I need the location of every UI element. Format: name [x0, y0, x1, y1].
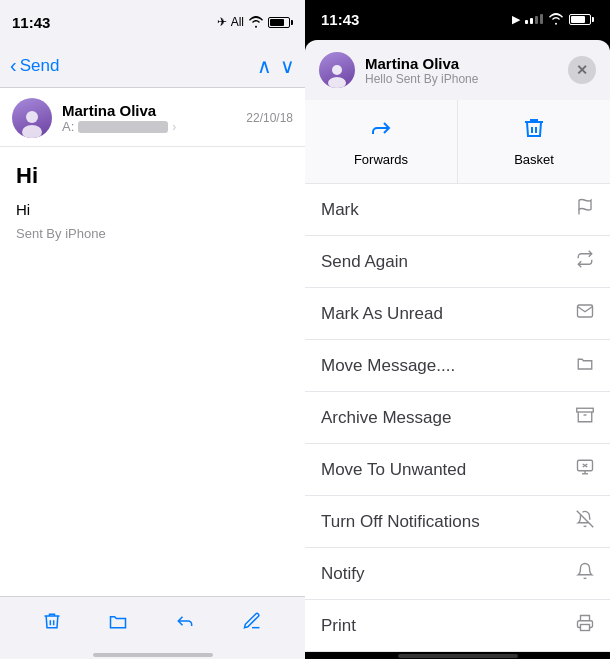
menu-item-turn-off-notifications[interactable]: Turn Off Notifications [305, 496, 610, 548]
right-home-indicator [305, 652, 610, 659]
back-button[interactable]: ‹ Send [10, 54, 59, 77]
email-body-text: Hi [16, 201, 289, 218]
menu-label-mark: Mark [321, 200, 359, 220]
svg-line-12 [577, 511, 594, 528]
left-panel: 11:43 ✈ All ‹ Send ∧ ∨ [0, 0, 305, 659]
email-header: Martina Oliva A: › 22/10/18 [0, 88, 305, 147]
send-again-icon [576, 250, 594, 273]
basket-button[interactable]: Basket [458, 100, 610, 183]
right-panel: 11:43 ▶ [305, 0, 610, 659]
svg-rect-5 [577, 408, 594, 412]
svg-point-0 [26, 111, 38, 123]
menu-item-send-again[interactable]: Send Again [305, 236, 610, 288]
menu-label-turn-off-notifications: Turn Off Notifications [321, 512, 480, 532]
to-label: A: [62, 119, 74, 134]
menu-label-archive-message: Archive Message [321, 408, 451, 428]
left-home-indicator [0, 651, 305, 659]
mark-unread-icon [576, 302, 594, 325]
email-subject: Hi [16, 163, 289, 189]
menu-label-mark-unread: Mark As Unread [321, 304, 443, 324]
to-chevron-icon: › [172, 120, 176, 134]
down-arrow-icon[interactable]: ∨ [280, 54, 295, 78]
forward-icon [368, 116, 394, 146]
wifi-icon [248, 16, 264, 28]
menu-list: Mark Send Again [305, 184, 610, 652]
menu-item-archive-message[interactable]: Archive Message [305, 392, 610, 444]
modal-avatar [319, 52, 355, 88]
flag-icon [576, 198, 594, 221]
unwanted-icon [576, 458, 594, 481]
svg-point-1 [22, 125, 42, 138]
notifications-off-icon [576, 510, 594, 533]
archive-icon [576, 406, 594, 429]
signal-bars-icon [525, 14, 543, 24]
basket-label: Basket [514, 152, 554, 167]
reply-icon[interactable] [174, 611, 196, 637]
menu-label-move-to-unwanted: Move To Unwanted [321, 460, 466, 480]
back-label: Send [20, 56, 60, 76]
notify-bell-icon [576, 562, 594, 585]
menu-item-mark[interactable]: Mark [305, 184, 610, 236]
sender-to-row: A: › [62, 119, 236, 134]
right-location-icon: ▶ [512, 13, 520, 26]
menu-label-print: Print [321, 616, 356, 636]
print-icon [576, 614, 594, 637]
right-status-bar: 11:43 ▶ [305, 0, 610, 38]
svg-point-2 [332, 65, 342, 75]
menu-item-move-message[interactable]: Move Message.... [305, 340, 610, 392]
sender-avatar [12, 98, 52, 138]
left-nav-bar: ‹ Send ∧ ∨ [0, 44, 305, 88]
up-arrow-icon[interactable]: ∧ [257, 54, 272, 78]
right-home-bar [398, 654, 518, 658]
folder-icon[interactable] [107, 611, 129, 637]
sender-info: Martina Oliva A: › [62, 102, 236, 134]
basket-icon [522, 116, 546, 146]
svg-rect-13 [581, 625, 590, 631]
menu-item-print[interactable]: Print [305, 600, 610, 652]
right-time: 11:43 [321, 11, 359, 28]
left-time: 11:43 [12, 14, 50, 31]
email-sent-from: Sent By iPhone [16, 226, 289, 241]
modal-header-text: Martina Oliva Hello Sent By iPhone [365, 55, 558, 86]
right-status-icons: ▶ [512, 13, 594, 26]
airplane-icon: ✈ [217, 15, 227, 29]
menu-item-mark-unread[interactable]: Mark As Unread [305, 288, 610, 340]
back-chevron-icon: ‹ [10, 54, 17, 77]
left-toolbar [0, 596, 305, 651]
battery-icon [268, 17, 293, 28]
modal-preview-text: Hello Sent By iPhone [365, 72, 558, 86]
forward-label: Forwards [354, 152, 408, 167]
menu-label-move-message: Move Message.... [321, 356, 455, 376]
delete-icon[interactable] [42, 610, 62, 638]
folder-move-icon [576, 354, 594, 377]
menu-item-move-to-unwanted[interactable]: Move To Unwanted [305, 444, 610, 496]
right-wifi-icon [548, 13, 564, 25]
svg-point-3 [328, 77, 346, 88]
menu-item-notify[interactable]: Notify [305, 548, 610, 600]
email-date: 22/10/18 [246, 111, 293, 125]
action-buttons-row: Forwards Basket [305, 100, 610, 184]
modal-sender-name: Martina Oliva [365, 55, 558, 72]
right-battery-icon [569, 14, 594, 25]
modal-container: Martina Oliva Hello Sent By iPhone ✕ For… [305, 38, 610, 652]
left-status-bar: 11:43 ✈ All [0, 0, 305, 44]
modal-close-button[interactable]: ✕ [568, 56, 596, 84]
modal-header: Martina Oliva Hello Sent By iPhone ✕ [305, 40, 610, 100]
nav-arrows: ∧ ∨ [257, 54, 295, 78]
compose-icon[interactable] [241, 611, 263, 637]
home-bar [93, 653, 213, 657]
left-status-icons: ✈ All [217, 15, 293, 29]
menu-label-notify: Notify [321, 564, 364, 584]
forward-button[interactable]: Forwards [305, 100, 458, 183]
menu-label-send-again: Send Again [321, 252, 408, 272]
sender-name: Martina Oliva [62, 102, 236, 119]
to-address-redacted [78, 121, 168, 133]
email-body: Hi Hi Sent By iPhone [0, 147, 305, 596]
all-networks-label: All [231, 15, 244, 29]
